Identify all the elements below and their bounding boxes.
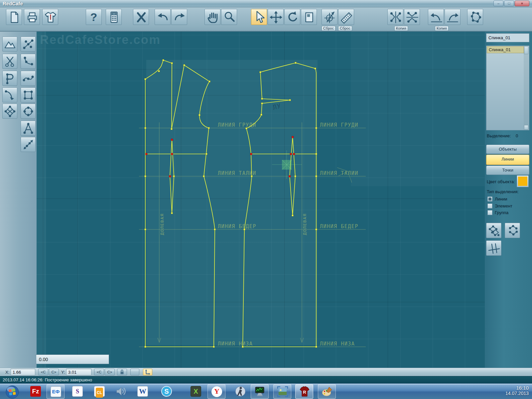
undo-icon bbox=[156, 10, 170, 24]
rotate-right-button[interactable] bbox=[445, 9, 461, 25]
log-bar: 2013.07.14 16:06:26: Построение завершен… bbox=[0, 376, 532, 383]
drawing-canvas[interactable]: RedCafeStore.com ЛИНИЯ ГРУДИ ЛИНИЯ ГРУДИ… bbox=[37, 32, 485, 368]
p-tool-button[interactable] bbox=[2, 71, 17, 86]
rotate-left-icon bbox=[429, 10, 443, 24]
taskbar-paint-button[interactable] bbox=[318, 384, 336, 399]
pattern-nodes[interactable] bbox=[145, 60, 317, 348]
lock-button[interactable] bbox=[117, 369, 127, 375]
tray-clock[interactable]: 16:10 14.07.2013 bbox=[505, 385, 529, 396]
title-bar[interactable]: RedCafe – □ × bbox=[0, 0, 532, 7]
mode-points-button[interactable]: Точки bbox=[486, 166, 529, 175]
contour-button[interactable] bbox=[467, 9, 483, 25]
offset-contour-button[interactable] bbox=[486, 223, 501, 238]
help-button[interactable]: ? bbox=[86, 9, 102, 25]
taskbar-word-button[interactable]: W bbox=[134, 384, 152, 399]
selection-type-lines-checkbox[interactable] bbox=[487, 197, 492, 201]
taskbar-counter-strike-button[interactable] bbox=[231, 384, 249, 399]
open-contour-button[interactable] bbox=[505, 223, 520, 238]
delete-button[interactable] bbox=[133, 9, 149, 25]
taskbar-filezilla-button[interactable]: Fz bbox=[27, 384, 45, 399]
waist-line-label-left: ЛИНИЯ ТАЛИИ bbox=[218, 170, 256, 176]
taskbar-cl-chat-button[interactable]: CL bbox=[90, 384, 108, 399]
mirror-horizontal-button[interactable] bbox=[404, 9, 420, 25]
intersect-lines-button[interactable] bbox=[486, 240, 501, 256]
minimize-button[interactable]: – bbox=[493, 1, 503, 6]
taskbar-x-app-button[interactable]: X bbox=[187, 384, 205, 399]
rotate-icon bbox=[286, 10, 300, 24]
mirror-vertical-button[interactable] bbox=[387, 9, 403, 25]
x-dec-button[interactable]: <C bbox=[38, 369, 48, 375]
close-button[interactable]: × bbox=[515, 1, 529, 6]
garment-button[interactable] bbox=[42, 9, 58, 25]
piece-list[interactable]: Спинка_01 bbox=[486, 46, 529, 130]
line-points-tool-button[interactable] bbox=[21, 37, 36, 52]
taskbar-photo-viewer-button[interactable] bbox=[273, 384, 291, 399]
piece-name-input[interactable] bbox=[486, 33, 529, 42]
x-coordinate-input[interactable] bbox=[11, 369, 35, 375]
new-document-button[interactable] bbox=[6, 9, 22, 25]
pan-hand-button[interactable] bbox=[204, 9, 220, 25]
selection-type-element-checkbox[interactable] bbox=[487, 203, 492, 208]
undo-button[interactable] bbox=[155, 9, 171, 25]
redo-button[interactable] bbox=[171, 9, 187, 25]
taskbar-volume-mixer-button[interactable] bbox=[112, 384, 130, 399]
selection-type-element-label: Элемент bbox=[495, 203, 512, 208]
scrollbar-down-button[interactable] bbox=[524, 125, 528, 130]
measure-value-field[interactable] bbox=[36, 354, 109, 364]
axes-button[interactable] bbox=[143, 369, 152, 375]
arc-points-tool-button[interactable] bbox=[21, 54, 36, 69]
word-icon: W bbox=[137, 386, 148, 397]
lock-icon bbox=[119, 369, 125, 375]
print-button[interactable] bbox=[24, 9, 40, 25]
taskbar-skype-button[interactable]: S bbox=[158, 384, 176, 399]
mode-objects-button[interactable]: Объекты bbox=[486, 145, 529, 154]
blank-button[interactable] bbox=[130, 369, 139, 375]
main-toolbar: ? Сброс Сброс Копия bbox=[0, 7, 532, 32]
move-icon bbox=[269, 10, 283, 24]
garment-icon bbox=[44, 10, 58, 24]
taskbar-system-monitor-button[interactable] bbox=[251, 384, 269, 399]
maximize-button[interactable]: □ bbox=[504, 1, 514, 6]
taskbar-dictionary-button[interactable]: ЕФ bbox=[47, 384, 65, 399]
zoom-icon bbox=[222, 10, 236, 24]
zoom-button[interactable] bbox=[221, 9, 237, 25]
scrollbar-thumb[interactable] bbox=[524, 46, 528, 54]
scissors-tool-button[interactable] bbox=[2, 54, 17, 69]
calculator-button[interactable] bbox=[106, 9, 122, 25]
y-inc-button[interactable]: C> bbox=[105, 369, 115, 375]
polygon-arrows-tool-button[interactable] bbox=[2, 104, 17, 119]
rotate-button[interactable] bbox=[284, 9, 300, 25]
relief-tool-button[interactable] bbox=[2, 37, 17, 52]
y-dec-button[interactable]: <C bbox=[94, 369, 104, 375]
guide-labels: ЛИНИЯ ГРУДИ ЛИНИЯ ГРУДИ ЛИНИЯ ТАЛИИ ЛИНИ… bbox=[160, 102, 358, 347]
select-cursor-button[interactable] bbox=[251, 9, 267, 25]
a-tool-button[interactable] bbox=[21, 121, 36, 136]
rectangle-tool-button[interactable] bbox=[21, 87, 36, 102]
rotate-left-button[interactable] bbox=[428, 9, 444, 25]
compass-reset-button[interactable] bbox=[322, 9, 337, 25]
taskbar-yandex-button[interactable]: Y bbox=[207, 384, 225, 399]
x-inc-button[interactable]: C> bbox=[49, 369, 59, 375]
circle-tool-button[interactable] bbox=[21, 104, 36, 119]
piece-list-item-selected[interactable]: Спинка_01 bbox=[487, 46, 524, 53]
taskbar-redcafe-button[interactable]: R bbox=[295, 384, 313, 399]
diagonal-arrows-tool-button[interactable] bbox=[21, 137, 36, 152]
taskbar-s-app-button[interactable]: S bbox=[68, 384, 86, 399]
redo-icon bbox=[173, 10, 187, 24]
axes-icon bbox=[145, 369, 151, 375]
pattern-drawing[interactable]: ЛИНИЯ ГРУДИ ЛИНИЯ ГРУДИ ЛИНИЯ ТАЛИИ ЛИНИ… bbox=[37, 32, 485, 368]
piece-list-scrollbar[interactable] bbox=[524, 46, 529, 130]
circle-icon bbox=[22, 105, 35, 118]
rotate-copy-label: Копия bbox=[435, 26, 449, 31]
start-button[interactable] bbox=[3, 384, 19, 399]
selection-type-group-checkbox[interactable] bbox=[487, 210, 492, 215]
y-coordinate-input[interactable] bbox=[66, 369, 91, 375]
ruler-reset-button[interactable] bbox=[338, 9, 354, 25]
page-preview-button[interactable] bbox=[301, 9, 317, 25]
move-button[interactable] bbox=[268, 9, 284, 25]
pattern-lines[interactable] bbox=[145, 60, 316, 347]
object-color-swatch[interactable] bbox=[517, 175, 529, 187]
curve-arrow-tool-button[interactable] bbox=[2, 87, 17, 102]
mode-lines-button[interactable]: Линии bbox=[486, 155, 529, 165]
p-tool-icon bbox=[3, 72, 17, 85]
